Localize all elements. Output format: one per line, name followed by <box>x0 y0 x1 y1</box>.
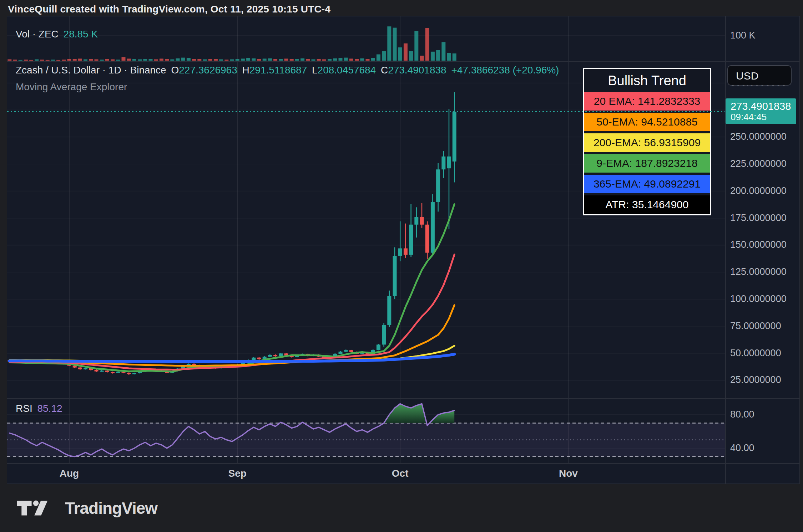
high-value: 291.5118687 <box>249 65 307 76</box>
rsi-legend-value: 85.12 <box>37 403 62 414</box>
price-scale-border[interactable] <box>725 16 726 484</box>
time-axis-label[interactable]: Sep <box>216 468 259 479</box>
price-axis-label: 175.0000000 <box>730 213 787 224</box>
high-label: H <box>242 65 249 76</box>
pane-separator[interactable] <box>7 463 799 464</box>
price-axis-label: 125.0000000 <box>730 266 787 277</box>
tradingview-logo-text: TradingView <box>65 498 157 518</box>
trend-panel: Bullish Trend 20 EMA: 141.283233350-EMA:… <box>583 68 711 215</box>
trend-panel-title: Bullish Trend <box>584 69 710 92</box>
price-axis-label: 225.0000000 <box>730 158 787 169</box>
close-label: C <box>381 65 388 76</box>
trend-panel-row: 200-EMA: 56.9315909 <box>584 133 710 152</box>
trend-panel-row: ATR: 35.1464900 <box>584 195 710 214</box>
indicator-legend[interactable]: Moving Average Explorer <box>16 81 127 93</box>
price-axis-label: 100.0000000 <box>730 293 787 305</box>
time-axis-label[interactable]: Oct <box>379 468 421 479</box>
volume-pane[interactable] <box>7 16 725 61</box>
pane-separator[interactable] <box>7 398 799 399</box>
volume-legend-value: 28.85 K <box>64 29 98 40</box>
current-price-line <box>7 111 725 112</box>
tradingview-chart-screenshot: VinceQuill created with TradingView.com,… <box>0 0 803 532</box>
volume-axis-label: 100 K <box>730 30 756 41</box>
trend-panel-row: 365-EMA: 49.0892291 <box>584 175 710 193</box>
price-axis-label: 75.0000000 <box>730 321 781 332</box>
trend-panel-row: 20 EMA: 141.2832333 <box>584 92 710 111</box>
low-label: L <box>312 65 318 76</box>
trend-panel-rows: 20 EMA: 141.283233350-EMA: 94.5210885200… <box>584 92 710 214</box>
chart-right-border <box>799 16 800 484</box>
volume-legend-label: Vol · ZEC <box>16 29 59 40</box>
time-axis-label[interactable]: Aug <box>48 468 91 479</box>
rsi-pane[interactable] <box>7 399 725 464</box>
price-axis-label: 250.0000000 <box>730 131 787 142</box>
price-axis-label: 200.0000000 <box>730 185 787 196</box>
currency-toggle-button[interactable]: USD <box>727 65 792 86</box>
ema-line-9-EMA <box>10 204 454 372</box>
close-value: 273.4901838 <box>388 65 446 76</box>
last-price-badge: 273.4901838 09:44:45 <box>726 98 796 124</box>
rsi-legend[interactable]: RSI 85.12 <box>16 403 65 414</box>
tradingview-logo[interactable]: TradingView <box>16 498 157 518</box>
price-axis-label: 25.0000000 <box>730 374 781 385</box>
symbol-title: Zcash / U.S. Dollar · 1D · Binance <box>16 65 166 76</box>
pane-separator[interactable] <box>7 16 799 16</box>
price-axis-label: 150.0000000 <box>730 239 787 250</box>
bar-countdown: 09:44:45 <box>731 112 796 122</box>
rsi-axis-label: 40.00 <box>730 443 754 454</box>
price-axis-label: 50.0000000 <box>730 348 781 359</box>
ema-line-365-EMA <box>10 354 454 362</box>
attribution-text: VinceQuill created with TradingView.com,… <box>8 4 330 15</box>
symbol-legend[interactable]: Zcash / U.S. Dollar · 1D · Binance O227.… <box>16 65 561 76</box>
open-value: 227.3626963 <box>179 65 237 76</box>
time-axis-label[interactable]: Nov <box>547 468 590 479</box>
tradingview-logo-icon <box>16 499 59 517</box>
rsi-axis-label: 80.00 <box>730 409 754 420</box>
rsi-legend-label: RSI <box>16 403 32 414</box>
time-axis-border <box>7 484 799 484</box>
trend-panel-row: 50-EMA: 94.5210885 <box>584 113 710 131</box>
low-value: 208.0457684 <box>318 65 376 76</box>
volume-legend[interactable]: Vol · ZEC 28.85 K <box>16 29 100 40</box>
open-label: O <box>171 65 179 76</box>
pane-separator[interactable] <box>7 61 799 62</box>
last-price-value: 273.4901838 <box>731 101 796 112</box>
change-value: +47.3866238 (+20.96%) <box>451 65 559 76</box>
trend-panel-row: 9-EMA: 187.8923218 <box>584 154 710 173</box>
